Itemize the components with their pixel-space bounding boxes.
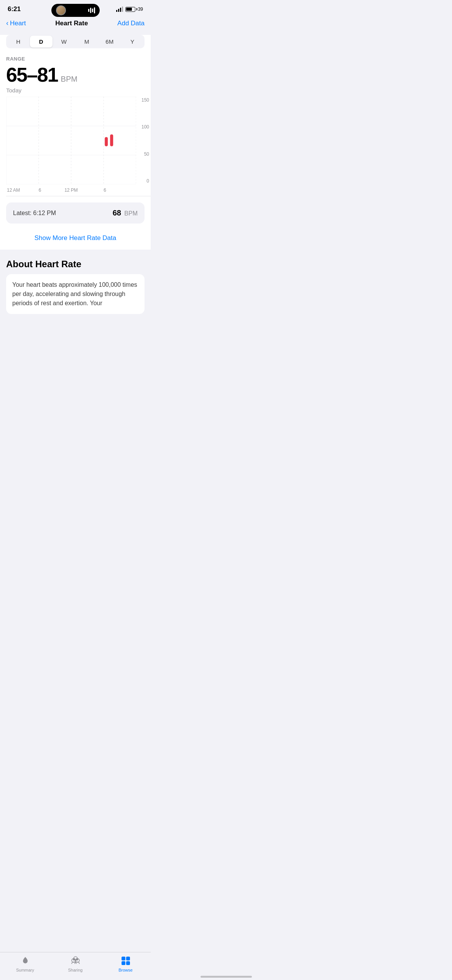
di-avatar — [56, 5, 66, 15]
period-6m-button[interactable]: 6M — [98, 36, 121, 48]
x-label-12pm: 12 PM — [64, 187, 78, 193]
y-label-150: 150 — [136, 97, 151, 103]
signal-icon — [116, 7, 123, 12]
nav-back-label: Heart — [10, 20, 26, 27]
bpm-unit: BPM — [61, 75, 77, 84]
period-y-button[interactable]: Y — [121, 36, 144, 48]
about-card: Your heart beats approximately 100,000 t… — [6, 274, 145, 314]
latest-unit: BPM — [124, 210, 138, 217]
battery-percent: 39 — [138, 7, 143, 12]
period-w-button[interactable]: W — [53, 36, 76, 48]
di-bar-2 — [90, 8, 91, 13]
status-bar: 6:21 39 — [0, 0, 151, 16]
latest-label: Latest: 6:12 PM — [13, 210, 56, 217]
about-section: About Heart Rate Your heart beats approx… — [0, 250, 151, 320]
y-label-100: 100 — [136, 124, 151, 130]
y-label-50: 50 — [136, 151, 151, 157]
nav-title: Heart Rate — [55, 20, 88, 27]
period-d-button[interactable]: D — [30, 36, 53, 48]
di-bar-3 — [92, 8, 93, 12]
status-time: 6:21 — [8, 5, 21, 13]
x-label-12am: 12 AM — [7, 187, 20, 193]
nav-bar: ‹ Heart Heart Rate Add Data — [0, 16, 151, 32]
bpm-range-display: 65–81 BPM — [6, 63, 145, 86]
show-more-link[interactable]: Show More Heart Rate Data — [35, 234, 117, 242]
bpm-numbers: 65–81 — [6, 63, 58, 86]
main-content: H D W M 6M Y RANGE 65–81 BPM Today 150 1… — [0, 35, 151, 250]
latest-value-container: 68 BPM — [113, 209, 138, 217]
add-data-button[interactable]: Add Data — [117, 20, 145, 27]
di-bar-4 — [94, 7, 95, 13]
svg-rect-9 — [105, 137, 108, 146]
chart-svg — [6, 97, 136, 184]
battery-icon: 39 — [125, 7, 143, 12]
x-label-6pm: 6 — [104, 187, 106, 193]
range-label: RANGE — [6, 56, 145, 62]
period-selector: H D W M 6M Y — [6, 35, 145, 48]
chart-y-labels: 150 100 50 0 — [136, 97, 151, 184]
heart-rate-chart: 150 100 50 0 12 AM — [6, 97, 151, 196]
about-title: About Heart Rate — [6, 259, 145, 270]
period-h-button[interactable]: H — [7, 36, 30, 48]
svg-rect-10 — [110, 135, 113, 146]
x-label-6am: 6 — [39, 187, 41, 193]
latest-value: 68 — [113, 209, 121, 217]
date-label: Today — [6, 87, 145, 94]
about-text: Your heart beats approximately 100,000 t… — [12, 280, 138, 308]
show-more-section: Show More Heart Rate Data — [0, 230, 151, 250]
nav-back-button[interactable]: ‹ Heart — [6, 19, 26, 27]
y-label-0: 0 — [136, 178, 151, 184]
di-audio-bars — [88, 7, 95, 13]
dynamic-island — [51, 4, 100, 17]
data-section: RANGE 65–81 BPM Today — [0, 54, 151, 94]
chevron-left-icon: ‹ — [6, 19, 8, 27]
di-bar-1 — [88, 9, 89, 12]
latest-reading-card: Latest: 6:12 PM 68 BPM — [6, 202, 145, 224]
chart-x-labels: 12 AM 6 12 PM 6 — [6, 184, 136, 196]
status-right: 39 — [116, 7, 143, 12]
period-m-button[interactable]: M — [76, 36, 99, 48]
